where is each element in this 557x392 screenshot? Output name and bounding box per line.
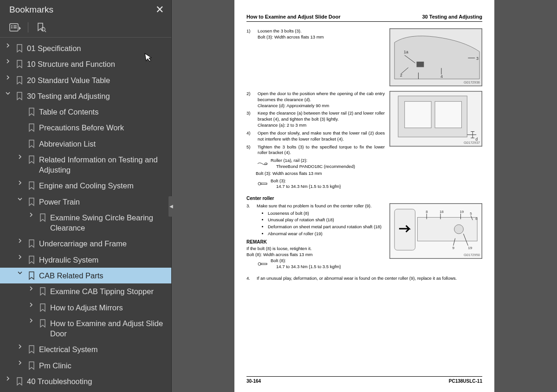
chevron-right-icon[interactable] — [16, 360, 24, 365]
bookmark-item[interactable]: Related Information on Testing and Adjus… — [0, 152, 171, 178]
cr-step3-num: 3. — [246, 203, 253, 209]
svg-text:19: 19 — [460, 209, 464, 213]
bookmark-item[interactable]: Pm Clinic — [0, 358, 171, 373]
step1-line2: Bolt (3): Width across flats 13 mm — [258, 34, 385, 40]
svg-rect-4 — [13, 27, 17, 28]
toolbar-separator — [28, 22, 28, 32]
bookmark-item[interactable]: How to Examine and Adjust Slide Door — [0, 315, 171, 342]
page-number: 30-164 — [246, 379, 261, 384]
bookmark-icon — [28, 155, 35, 164]
chevron-right-icon[interactable] — [27, 318, 35, 323]
svg-rect-2 — [11, 27, 13, 28]
collapse-sidebar-handle[interactable]: ◀ — [168, 196, 174, 217]
bookmark-item[interactable]: 40 Troubleshooting — [0, 373, 171, 389]
sidebar-toolbar — [0, 19, 171, 38]
roller-spec-2: ThreeBond PANDO18C (recommended) — [276, 164, 385, 170]
chevron-right-icon[interactable] — [27, 286, 35, 291]
bookmark-item[interactable]: Examine Swing Circle Bearing Clearance — [0, 210, 171, 236]
bookmark-icon — [28, 139, 35, 148]
svg-text:9: 9 — [453, 246, 454, 250]
page-body: 1) Loosen the 3 bolts (3). Bolt (3): Wid… — [246, 28, 482, 376]
chevron-down-icon[interactable] — [16, 197, 24, 201]
bookmark-icon — [16, 76, 23, 85]
find-bookmark-icon[interactable] — [35, 22, 47, 32]
bookmark-item[interactable]: 01 Specification — [0, 40, 171, 56]
svg-point-5 — [41, 27, 45, 31]
bookmark-label: 01 Specification — [27, 43, 167, 53]
bolt3-title: Bolt (3): — [271, 178, 385, 184]
close-icon[interactable]: ✕ — [155, 4, 164, 16]
torque-icon — [257, 181, 268, 186]
step3-line2: Clearance (a): 2 to 3 mm — [258, 122, 385, 129]
svg-rect-24 — [435, 102, 461, 128]
bullet-b: Unusual play of rotation shaft (18) — [268, 217, 385, 223]
bookmark-label: How to Examine and Adjust Slide Door — [50, 318, 167, 339]
bookmark-label: Hydraulic System — [39, 255, 167, 265]
bookmark-item[interactable]: Precautions Before Work — [0, 120, 171, 135]
bookmark-icon — [16, 377, 23, 386]
bolt8-torque: 14.7 to 34.3 Nm {1.5 to 3.5 kgfm} — [276, 264, 385, 270]
svg-text:6: 6 — [475, 217, 478, 221]
step1-line1: Loosen the 3 bolts (3). — [258, 28, 385, 34]
chevron-right-icon[interactable] — [16, 344, 24, 349]
bookmark-label: Undercarriage and Frame — [39, 238, 167, 249]
chevron-right-icon[interactable] — [4, 43, 12, 48]
chevron-right-icon[interactable] — [4, 75, 12, 80]
chevron-right-icon[interactable] — [16, 255, 24, 259]
manual-model: PC138USLC-11 — [449, 379, 482, 384]
page-head-left: How to Examine and Adjust Slide Door — [246, 14, 341, 19]
chevron-right-icon[interactable] — [16, 180, 24, 185]
bookmark-item[interactable]: Hydraulic System — [0, 252, 171, 268]
chevron-right-icon[interactable] — [4, 59, 12, 64]
bookmark-icon — [28, 361, 35, 370]
bookmark-item[interactable]: Examine CAB Tipping Stopper — [0, 283, 171, 299]
chevron-right-icon[interactable] — [27, 212, 35, 217]
sidebar-header: Bookmarks ✕ — [0, 0, 171, 19]
svg-rect-31 — [417, 217, 477, 241]
svg-line-6 — [45, 31, 46, 32]
bookmark-icon — [28, 197, 35, 206]
bookmark-item[interactable]: Electrical System — [0, 341, 171, 357]
bookmark-item[interactable]: How to Adjust Mirrors — [0, 300, 171, 315]
figure-3: 8 18 19 5 6 9 19 G0172950 — [389, 203, 482, 259]
bookmark-icon — [16, 44, 23, 53]
svg-text:19: 19 — [468, 246, 472, 250]
bookmark-item[interactable]: 20 Standard Value Table — [0, 72, 171, 88]
bookmark-item[interactable]: Table of Contents — [0, 104, 171, 120]
bookmark-item[interactable]: Engine and Cooling System — [0, 178, 171, 193]
step3-line1: Keep the clearance (a) between the lower… — [258, 110, 385, 122]
chevron-down-icon[interactable] — [4, 91, 12, 96]
chevron-right-icon[interactable] — [4, 376, 12, 381]
svg-point-27 — [258, 263, 261, 265]
bookmark-label: Precautions Before Work — [39, 122, 167, 133]
svg-text:5: 5 — [470, 211, 472, 215]
document-viewport[interactable]: How to Examine and Adjust Slide Door 30 … — [172, 0, 557, 392]
bookmark-item[interactable]: 10 Structure and Function — [0, 56, 171, 72]
step-number: 4) — [246, 130, 255, 142]
list-options-icon[interactable] — [9, 22, 21, 32]
bookmark-label: Power Train — [39, 197, 167, 207]
bookmark-item[interactable]: CAB Related Parts — [0, 268, 171, 283]
svg-text:8: 8 — [426, 209, 428, 213]
bookmark-label: Related Information on Testing and Adjus… — [39, 154, 167, 175]
bookmark-item[interactable]: 30 Testing and Adjusting — [0, 88, 171, 104]
bookmark-label: 10 Structure and Function — [27, 59, 167, 69]
bookmark-item[interactable]: Undercarriage and Frame — [0, 236, 171, 251]
bookmark-item[interactable]: Abbreviation List — [0, 136, 171, 152]
svg-rect-28 — [261, 263, 267, 264]
bookmark-icon — [39, 303, 46, 312]
chevron-down-icon[interactable] — [16, 270, 24, 275]
bookmark-tree[interactable]: 01 Specification10 Structure and Functio… — [0, 38, 171, 392]
bookmark-label: Examine Swing Circle Bearing Clearance — [50, 212, 167, 233]
cr-step3-text: Make sure that no problem is found on th… — [257, 203, 372, 209]
bookmark-icon — [28, 107, 35, 116]
bookmark-label: Table of Contents — [39, 107, 167, 117]
bookmark-item[interactable]: Power Train — [0, 194, 171, 210]
svg-text:2: 2 — [400, 73, 402, 77]
chevron-right-icon[interactable] — [16, 238, 24, 243]
figure-1-id: G0172936 — [464, 80, 480, 85]
step-number: 3) — [246, 110, 255, 128]
chevron-right-icon[interactable] — [27, 302, 35, 307]
chevron-right-icon[interactable] — [16, 154, 24, 159]
remark-heading: REMARK — [246, 239, 385, 245]
